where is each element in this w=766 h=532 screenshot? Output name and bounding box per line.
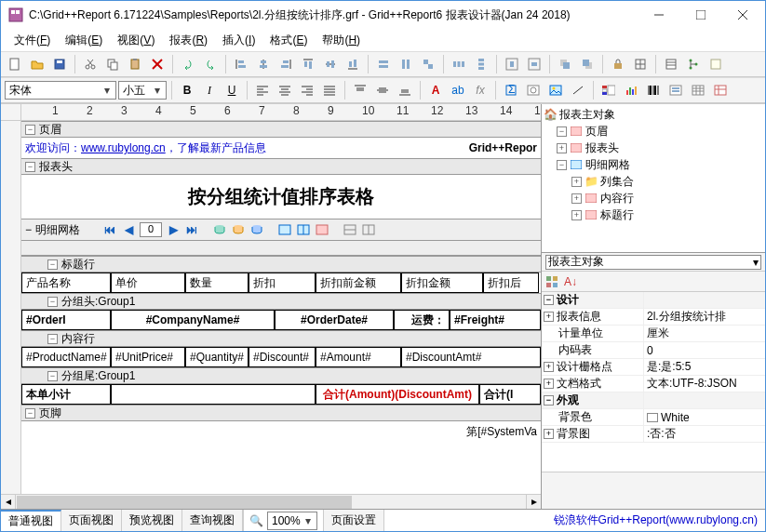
nav-first[interactable]: ⏮ <box>102 222 117 237</box>
align-left-btn[interactable] <box>231 54 251 74</box>
zoom-select[interactable]: 100%▾ <box>267 512 317 530</box>
sum-btn[interactable]: Σ <box>501 80 521 100</box>
same-size-btn[interactable] <box>418 54 438 74</box>
tree-contentrow[interactable]: 内容行 <box>600 191 634 206</box>
center-h-btn[interactable] <box>502 54 522 74</box>
col-header[interactable]: 产品名称 <box>21 273 111 293</box>
menu-insert[interactable]: 插入(I) <box>215 30 262 51</box>
font-family-select[interactable]: 宋体▾ <box>5 81 116 100</box>
freegrid-btn[interactable] <box>688 80 708 100</box>
align-top-btn[interactable] <box>298 54 318 74</box>
menu-format[interactable]: 格式(E) <box>262 30 315 51</box>
underline-button[interactable]: U <box>222 80 242 100</box>
cr-discamt[interactable]: #DiscountAmt# <box>401 347 541 367</box>
align-center-h-btn[interactable] <box>253 54 274 74</box>
dist-v-btn[interactable] <box>471 54 491 74</box>
tab-preview[interactable]: 预览视图 <box>122 510 182 531</box>
gh-orderid[interactable]: #OrderI <box>21 310 111 330</box>
shape-btn[interactable] <box>568 80 588 100</box>
align-right-btn[interactable] <box>275 54 296 74</box>
menu-help[interactable]: 帮助(H) <box>315 30 368 51</box>
barcode-btn[interactable] <box>643 80 664 100</box>
design-surface[interactable]: −页眉 欢迎访问：www.rubylong.cn，了解最新产品信息 Grid++… <box>21 121 541 494</box>
crosstab-btn[interactable] <box>710 80 731 100</box>
center-v-btn[interactable] <box>524 54 544 74</box>
new-button[interactable] <box>5 54 25 74</box>
text-align-center[interactable] <box>275 80 295 100</box>
gh-company[interactable]: #CompanyName# <box>111 310 275 330</box>
grid-cfg1[interactable] <box>343 222 357 237</box>
text-align-justify[interactable] <box>319 80 340 100</box>
grid-cfg2[interactable] <box>361 222 376 237</box>
close-button[interactable] <box>721 2 763 28</box>
hscrollbar[interactable]: ◂ ▸ <box>1 494 541 509</box>
undo-button[interactable] <box>178 54 198 74</box>
font-size-select[interactable]: 小五▾ <box>118 81 167 100</box>
cut-button[interactable] <box>80 54 101 74</box>
prop-row[interactable]: 内码表0 <box>542 342 765 359</box>
col-header[interactable]: 数量 <box>185 273 249 293</box>
band-contentrow[interactable]: −内容行 <box>21 330 541 347</box>
column-btn[interactable] <box>249 222 264 237</box>
chart-btn[interactable] <box>621 80 641 100</box>
prop-categorized-icon[interactable] <box>545 275 558 288</box>
prop-object-select[interactable]: 报表主对象▾ <box>545 255 761 270</box>
cr-product[interactable]: #ProductName# <box>21 347 111 367</box>
grid-btn[interactable] <box>630 54 651 74</box>
tree-root[interactable]: 报表主对象 <box>559 107 615 123</box>
cr-qty[interactable]: #Quantity# <box>185 347 249 367</box>
script-btn[interactable] <box>706 54 726 74</box>
tree-reportheader[interactable]: 报表头 <box>585 140 619 156</box>
tab-page[interactable]: 页面视图 <box>61 510 122 531</box>
nav-next[interactable]: ▶ <box>166 222 181 237</box>
same-width-btn[interactable] <box>373 54 394 74</box>
maximize-button[interactable] <box>679 2 721 28</box>
cr-unitprice[interactable]: #UnitPrice# <box>111 347 185 367</box>
gf-tail[interactable]: 合计(I <box>479 384 541 405</box>
col-header[interactable]: 折扣 <box>249 273 316 293</box>
same-height-btn[interactable] <box>396 54 416 74</box>
lock-btn[interactable] <box>608 54 628 74</box>
report-title[interactable]: 按分组统计值排序表格 <box>21 175 541 219</box>
grid-view3[interactable] <box>315 222 329 237</box>
send-back-btn[interactable] <box>577 54 598 74</box>
col-header[interactable]: 折扣后 <box>483 273 539 293</box>
menu-file[interactable]: 文件(F) <box>7 30 58 51</box>
menu-view[interactable]: 视图(V) <box>110 30 162 51</box>
pf-sysvar[interactable]: 第[#SystemVa <box>438 421 541 442</box>
prop-row[interactable]: +设计栅格点是:是:5:5 <box>542 359 765 376</box>
align-bottom-btn[interactable] <box>343 54 363 74</box>
prop-sort-icon[interactable]: A↓ <box>564 275 577 288</box>
tree-titlerow[interactable]: 标题行 <box>600 207 634 223</box>
sysvar-btn[interactable] <box>523 80 544 100</box>
image-btn[interactable] <box>545 80 566 100</box>
menu-report[interactable]: 报表(R) <box>162 30 215 51</box>
prop-row[interactable]: 背景色White <box>542 409 765 426</box>
props-btn[interactable] <box>661 54 681 74</box>
prop-row[interactable]: 计量单位厘米 <box>542 326 765 342</box>
menu-edit[interactable]: 编辑(E) <box>58 30 110 51</box>
tree-btn[interactable] <box>683 54 704 74</box>
tab-query[interactable]: 查询视图 <box>182 510 243 531</box>
prop-row[interactable]: +文档格式文本:UTF-8:JSON <box>542 376 765 392</box>
band-pageheader[interactable]: −页眉 <box>21 121 541 138</box>
valign-top[interactable] <box>350 80 370 100</box>
property-grid[interactable]: −设计 +报表信息2l.分组按统计排计量单位厘米内码表0+设计栅格点是:是:5:… <box>542 292 765 472</box>
nav-prev[interactable]: ◀ <box>121 222 136 237</box>
col-header[interactable]: 折扣金额 <box>401 273 483 293</box>
tab-normal[interactable]: 普通视图 <box>1 510 61 531</box>
gf-redsum[interactable]: 合计(Amount)(DiscountAmt) <box>316 384 479 405</box>
field-btn[interactable] <box>231 222 246 237</box>
tree-columns[interactable]: 列集合 <box>600 174 634 190</box>
cr-amount[interactable]: #Amount# <box>316 347 401 367</box>
sql-btn[interactable] <box>212 222 227 237</box>
save-button[interactable] <box>49 54 70 74</box>
bold-button[interactable]: B <box>177 80 197 100</box>
prop-row[interactable]: +报表信息2l.分组按统计排 <box>542 309 765 326</box>
collapse-icon[interactable]: − <box>25 223 32 236</box>
redo-button[interactable] <box>200 54 221 74</box>
prop-row[interactable]: +背景图:否:否 <box>542 426 765 443</box>
band-reportheader[interactable]: −报表头 <box>21 158 541 175</box>
gh-orderdate[interactable]: #OrderDate# <box>275 310 394 330</box>
cr-disc[interactable]: #Discount# <box>249 347 316 367</box>
